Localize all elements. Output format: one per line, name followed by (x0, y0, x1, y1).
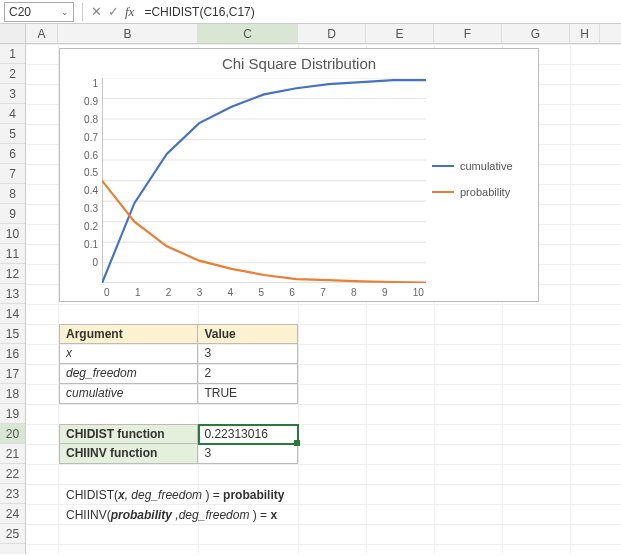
table-header-row: Argument Value (59, 324, 298, 344)
spreadsheet-grid: A B C D E F G H 123456789101112131415161… (0, 24, 621, 554)
fx-icon[interactable]: fx (125, 4, 134, 20)
row-header-8[interactable]: 8 (0, 184, 25, 204)
argument-table: Argument Value x 3 deg_freedom 2 cumulat… (59, 324, 298, 404)
row-header-7[interactable]: 7 (0, 164, 25, 184)
cell[interactable]: 0.22313016 (198, 425, 297, 443)
col-header-F[interactable]: F (434, 24, 502, 43)
table-header[interactable]: Argument (60, 325, 198, 343)
row-header-21[interactable]: 21 (0, 444, 25, 464)
legend-swatch-icon (432, 165, 454, 167)
cancel-icon[interactable]: ✕ (91, 4, 102, 19)
row-header-19[interactable]: 19 (0, 404, 25, 424)
note-line[interactable]: CHIDIST(x, deg_freedom ) = probability (66, 485, 284, 505)
row-header-20[interactable]: 20 (0, 424, 25, 444)
cell[interactable]: CHIINV function (60, 444, 198, 463)
plot-area: 012345678910 (102, 78, 426, 284)
row-headers: 1234567891011121314151617181920212223242… (0, 44, 26, 554)
cell[interactable]: cumulative (60, 384, 198, 403)
chart[interactable]: Chi Square Distribution 10.90.80.70.60.5… (59, 48, 539, 302)
column-headers: A B C D E F G H (0, 24, 621, 44)
formula-bar: C20 ⌄ ✕ ✓ fx =CHIDIST(C16,C17) (0, 0, 621, 24)
table-row: x 3 (59, 344, 298, 364)
row-header-4[interactable]: 4 (0, 104, 25, 124)
row-header-6[interactable]: 6 (0, 144, 25, 164)
table-row: deg_freedom 2 (59, 364, 298, 384)
legend-label: probability (460, 186, 510, 198)
row-header-15[interactable]: 15 (0, 324, 25, 344)
row-header-2[interactable]: 2 (0, 64, 25, 84)
legend-item-cumulative: cumulative (432, 160, 532, 172)
name-box-value: C20 (9, 5, 31, 19)
row-header-22[interactable]: 22 (0, 464, 25, 484)
y-axis-ticks: 10.90.80.70.60.50.40.30.20.10 (60, 74, 102, 284)
function-table: CHIDIST function 0.22313016 CHIINV funct… (59, 424, 298, 464)
cell[interactable]: TRUE (198, 384, 297, 403)
cells-area[interactable]: Chi Square Distribution 10.90.80.70.60.5… (26, 44, 621, 554)
row-header-1[interactable]: 1 (0, 44, 25, 64)
formula-notes: CHIDIST(x, deg_freedom ) = probability C… (66, 485, 284, 525)
row-header-12[interactable]: 12 (0, 264, 25, 284)
cell[interactable]: 2 (198, 364, 297, 383)
select-all-corner[interactable] (0, 24, 26, 43)
row-header-3[interactable]: 3 (0, 84, 25, 104)
formula-bar-icons: ✕ ✓ fx (87, 4, 138, 20)
col-header-B[interactable]: B (58, 24, 198, 43)
row-header-9[interactable]: 9 (0, 204, 25, 224)
col-header-G[interactable]: G (502, 24, 570, 43)
x-axis-ticks: 012345678910 (102, 287, 426, 298)
chart-svg (102, 78, 426, 283)
cell[interactable]: CHIDIST function (60, 425, 198, 443)
row-header-17[interactable]: 17 (0, 364, 25, 384)
separator (82, 3, 83, 21)
row-header-16[interactable]: 16 (0, 344, 25, 364)
row-header-25[interactable]: 25 (0, 524, 25, 544)
table-header[interactable]: Value (198, 325, 297, 343)
legend-swatch-icon (432, 191, 454, 193)
table-row: CHIDIST function 0.22313016 (59, 424, 298, 444)
table-row: cumulative TRUE (59, 384, 298, 404)
confirm-icon[interactable]: ✓ (108, 4, 119, 19)
col-header-H[interactable]: H (570, 24, 600, 43)
legend-label: cumulative (460, 160, 513, 172)
formula-input[interactable]: =CHIDIST(C16,C17) (138, 3, 621, 21)
table-row: CHIINV function 3 (59, 444, 298, 464)
chart-title: Chi Square Distribution (60, 49, 538, 74)
row-header-18[interactable]: 18 (0, 384, 25, 404)
col-header-D[interactable]: D (298, 24, 366, 43)
col-header-A[interactable]: A (26, 24, 58, 43)
row-header-10[interactable]: 10 (0, 224, 25, 244)
cell[interactable]: 3 (198, 344, 297, 363)
row-header-14[interactable]: 14 (0, 304, 25, 324)
col-header-C[interactable]: C (198, 24, 298, 43)
col-header-E[interactable]: E (366, 24, 434, 43)
row-header-23[interactable]: 23 (0, 484, 25, 504)
cell[interactable]: 3 (198, 444, 297, 463)
note-line[interactable]: CHIINV(probability ,deg_freedom ) = x (66, 505, 284, 525)
cell[interactable]: x (60, 344, 198, 363)
row-header-24[interactable]: 24 (0, 504, 25, 524)
chevron-down-icon[interactable]: ⌄ (61, 7, 69, 17)
row-header-13[interactable]: 13 (0, 284, 25, 304)
row-header-5[interactable]: 5 (0, 124, 25, 144)
legend-item-probability: probability (432, 186, 532, 198)
chart-legend: cumulative probability (432, 74, 538, 284)
row-header-11[interactable]: 11 (0, 244, 25, 264)
name-box[interactable]: C20 ⌄ (4, 2, 74, 22)
cell[interactable]: deg_freedom (60, 364, 198, 383)
